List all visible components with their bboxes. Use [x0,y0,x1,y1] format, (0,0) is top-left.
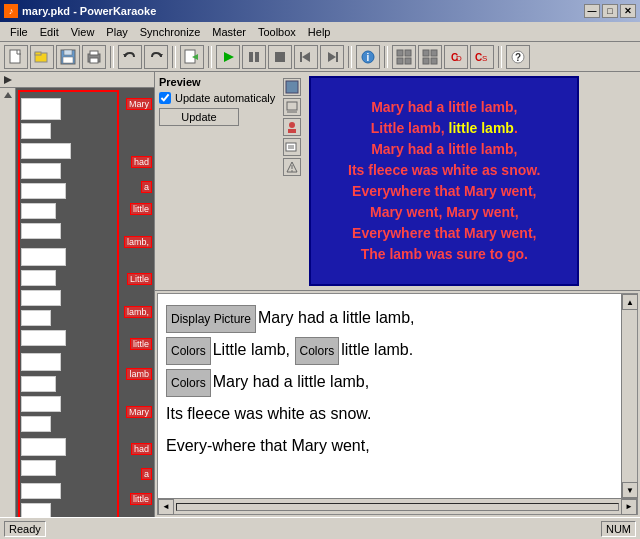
scroll-down-button[interactable]: ▼ [622,482,638,498]
menu-master[interactable]: Master [206,24,252,40]
tag-display-picture[interactable]: Display Picture [166,305,256,333]
menu-synchronize[interactable]: Synchronize [134,24,207,40]
scroll-right-button[interactable]: ► [621,499,637,515]
new-button[interactable] [4,45,28,69]
prev-button[interactable] [294,45,318,69]
close-button[interactable]: ✕ [620,4,636,18]
import-button[interactable] [180,45,204,69]
update-button[interactable]: Update [159,108,239,126]
icon-btn-3[interactable] [283,118,301,136]
print-button[interactable] [82,45,106,69]
svg-rect-14 [249,52,253,62]
tool1-button[interactable] [392,45,416,69]
right-panel: Preview Update automaticaly Update [155,72,640,517]
word-had: had [131,156,152,168]
tag-colors-2[interactable]: Colors [295,337,340,365]
menu-file[interactable]: File [4,24,34,40]
svg-point-42 [289,122,295,128]
minimize-button[interactable]: — [584,4,600,18]
karaoke-display: Mary had a little lamb, Little lamb, lit… [309,76,579,286]
status-text: Ready [4,521,46,537]
tool4-button[interactable]: CS [470,45,494,69]
lyrics-text-1: Mary had a little lamb, [258,309,415,326]
tool3-button[interactable]: CD [444,45,468,69]
preview-auto-update[interactable]: Update automaticaly [159,92,275,104]
word-little1: little [130,203,152,215]
lyrics-editor: Display PictureMary had a little lamb, C… [157,293,638,515]
undo-button[interactable] [118,45,142,69]
word-lamb3: lamb [126,368,152,380]
icon-btn-5[interactable] [283,158,301,176]
menu-toolbox[interactable]: Toolbox [252,24,302,40]
menu-play[interactable]: Play [100,24,133,40]
svg-rect-7 [90,51,98,55]
tool2-button[interactable] [418,45,442,69]
svg-text:S: S [482,54,487,63]
toolbar-separator-4 [348,46,352,68]
word-a2: a [141,468,152,480]
toolbar-separator-6 [498,46,502,68]
preview-controls: Preview Update automaticaly Update [159,76,275,286]
toolbar: i CD CS ? [0,42,640,72]
svg-point-49 [291,170,293,172]
word-little2: little [130,338,152,350]
svg-text:?: ? [515,52,521,63]
icon-btn-2[interactable] [283,98,301,116]
help-button[interactable]: ? [506,45,530,69]
svg-rect-24 [405,50,411,56]
icon-btn-4[interactable] [283,138,301,156]
lyrics-line-4: Its fleece was white as snow. [166,398,613,430]
lyrics-line-5: Every-where that Mary went, [166,430,613,462]
icon-btn-1[interactable] [283,78,301,96]
tag-colors-3[interactable]: Colors [166,369,211,397]
save-button[interactable] [56,45,80,69]
word-a: a [141,181,152,193]
svg-rect-23 [397,50,403,56]
svg-rect-27 [423,50,429,56]
svg-rect-30 [431,58,437,64]
window-controls: — □ ✕ [584,4,636,18]
window-title: mary.pkd - PowerKaraoke [22,5,156,17]
info-button[interactable]: i [356,45,380,69]
svg-rect-25 [397,58,403,64]
svg-marker-38 [4,92,12,98]
next-button[interactable] [320,45,344,69]
scroll-thumb[interactable] [623,311,636,481]
svg-rect-0 [10,50,20,63]
svg-rect-2 [35,52,41,55]
toolbar-separator-5 [384,46,388,68]
lyrics-line-2: ColorsLittle lamb, Colorslittle lamb. [166,334,613,366]
track-header [0,72,154,88]
title-bar: ♪ mary.pkd - PowerKaraoke — □ ✕ [0,0,640,22]
scroll-up-button[interactable]: ▲ [622,294,638,310]
stop-button[interactable] [268,45,292,69]
horizontal-scrollbar: ◄ ► [158,498,637,514]
track-area: Mary had a little lamb, Little lamb, lit… [0,88,154,517]
svg-rect-4 [64,50,72,55]
lyrics-content[interactable]: Display PictureMary had a little lamb, C… [158,294,621,498]
track-content[interactable]: Mary had a little lamb, Little lamb, lit… [16,88,154,517]
app-icon: ♪ [4,4,18,18]
svg-text:i: i [367,52,370,63]
open-button[interactable] [30,45,54,69]
menu-help[interactable]: Help [302,24,337,40]
svg-rect-26 [405,58,411,64]
svg-text:D: D [456,54,462,63]
maximize-button[interactable]: □ [602,4,618,18]
menu-view[interactable]: View [65,24,101,40]
play-button[interactable] [216,45,240,69]
auto-update-checkbox[interactable] [159,92,171,104]
tag-colors-1[interactable]: Colors [166,337,211,365]
svg-rect-29 [423,58,429,64]
main-content: Mary had a little lamb, Little lamb, lit… [0,72,640,517]
karaoke-line-2: Little lamb, little lamb. [348,118,540,139]
pause-button[interactable] [242,45,266,69]
scroll-left-button[interactable]: ◄ [158,499,174,515]
scroll-track-horizontal[interactable] [176,503,619,511]
svg-marker-37 [4,76,12,84]
toolbar-separator-3 [208,46,212,68]
preview-left-icons [283,76,301,286]
menu-edit[interactable]: Edit [34,24,65,40]
left-panel: Mary had a little lamb, Little lamb, lit… [0,72,155,517]
redo-button[interactable] [144,45,168,69]
